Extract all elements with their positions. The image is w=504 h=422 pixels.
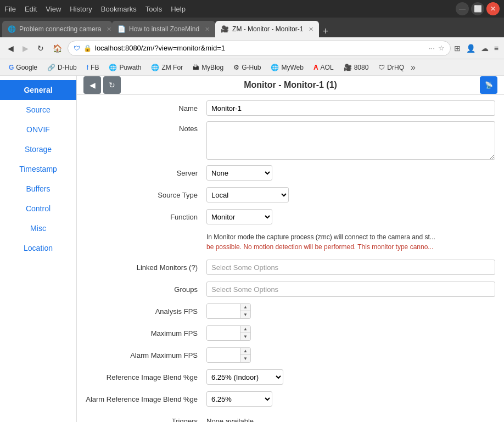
sync-icon[interactable]: ☁ [480,43,490,54]
notes-input[interactable] [206,121,495,160]
forward-button[interactable]: ▶ [19,42,32,55]
function-label: Function [86,213,206,221]
max-fps-input[interactable] [207,325,240,341]
menu-icon[interactable]: ≡ [493,43,500,54]
dhub-icon: 🔗 [47,64,55,71]
menu-history[interactable]: History [70,5,92,13]
groups-row: Groups Select Some Options [86,280,495,298]
max-fps-down[interactable]: ▼ [240,333,250,341]
sidebar-item-storage[interactable]: Storage [0,139,76,159]
tab-3-label: ZM - Monitor - Monitor-1 [232,25,303,33]
bookmark-8080-label: 8080 [354,64,369,71]
sidebar-item-timestamp[interactable]: Timestamp [0,159,76,179]
close-button[interactable]: ✕ [486,2,500,15]
bookmark-aol-label: AOL [321,64,334,71]
aol-icon: A [313,64,318,71]
myblog-icon: 🏔 [193,64,199,71]
alarm-max-fps-input[interactable] [207,347,240,363]
restore-button[interactable]: ⬜ [471,2,484,15]
name-input[interactable] [206,100,495,116]
bookmark-ghub[interactable]: ⚙ G-Hub [229,63,265,72]
menu-view[interactable]: View [46,5,61,13]
sidebar-item-onvif[interactable]: ONVIF [0,120,76,139]
alarm-max-fps-up[interactable]: ▲ [240,347,250,355]
bookmark-dhub-label: D-Hub [58,64,77,71]
bookmark-myweb[interactable]: 🌐 MyWeb [266,63,307,72]
more-bookmarks-button[interactable]: » [410,61,417,74]
notes-label: Notes [86,121,206,133]
tab-2[interactable]: 📄 How to install ZoneMind ✕ [112,21,215,37]
form-area: Name Notes Server None Source Type Local [77,95,504,422]
ref-blend-select[interactable]: 6.25% (Indoor) 12.5% 25% 50% [206,369,283,385]
sidebar: General Source ONVIF Storage Timestamp B… [0,76,77,422]
sidebar-item-buffers[interactable]: Buffers [0,179,76,199]
bookmark-myweb-label: MyWeb [281,64,303,71]
new-tab-button[interactable]: + [319,26,332,37]
source-type-select[interactable]: Local Remote File FFMPEG LibVLC VNC [206,187,289,202]
monitor-title: Monitor - Monitor-1 (1) [244,80,337,90]
sidebar-item-source[interactable]: Source [0,100,76,120]
bookmark-zmfor-label: ZM For [161,64,183,71]
tab-bar: 🌐 Problem connecting camera ✕ 📄 How to i… [0,18,504,37]
info-row: In Monitor mode the capture process (zmc… [86,230,495,254]
ref-blend-label: Reference Image Blend %ge [86,373,206,381]
max-fps-up[interactable]: ▲ [240,325,250,333]
nav-bar: ◀ ▶ ↻ 🏠 🛡 🔒 ··· ☆ ⊞ 👤 ☁ ≡ [0,37,504,59]
menu-edit[interactable]: Edit [25,5,37,13]
lock-icon: 🔒 [83,44,92,52]
back-button[interactable]: ◀ [4,42,17,55]
analysis-fps-down[interactable]: ▼ [240,311,250,319]
reload-button[interactable]: ↻ [34,42,47,55]
tab-1[interactable]: 🌐 Problem connecting camera ✕ [2,21,112,37]
menu-help[interactable]: Help [171,5,186,13]
main-area: General Source ONVIF Storage Timestamp B… [0,76,504,422]
alarm-ref-blend-select[interactable]: 6.25% 12.5% 25% 50% [206,391,272,407]
bookmark-myblog[interactable]: 🏔 MyBlog [188,63,228,72]
url-input[interactable] [95,44,425,52]
menu-bar: File Edit View History Bookmarks Tools H… [4,5,186,13]
bookmark-google[interactable]: G Google [4,63,42,72]
tab-1-close[interactable]: ✕ [107,26,111,33]
account-icon[interactable]: 👤 [465,43,477,54]
bookmark-ghub-label: G-Hub [242,64,261,71]
bookmark-zmfor[interactable]: 🌐 ZM For [147,63,187,72]
tab-2-close[interactable]: ✕ [205,26,210,33]
analysis-fps-input[interactable] [207,303,240,319]
myweb-icon: 🌐 [271,64,279,71]
minimize-button[interactable]: — [456,2,469,15]
bookmark-fb[interactable]: f FB [82,63,104,72]
bookmark-star-icon[interactable]: ☆ [438,44,445,52]
linked-monitors-select[interactable]: Select Some Options [206,260,495,275]
bookmark-8080[interactable]: 🎥 8080 [339,63,373,72]
sidebar-item-misc[interactable]: Misc [0,218,76,238]
alarm-max-fps-down[interactable]: ▼ [240,355,250,363]
name-row: Name [86,99,495,117]
title-bar: File Edit View History Bookmarks Tools H… [0,0,504,18]
bookmark-dhub[interactable]: 🔗 D-Hub [43,63,81,72]
home-button[interactable]: 🏠 [49,42,65,55]
tab-2-label: How to install ZoneMind [129,25,199,33]
rss-button[interactable]: 📡 [480,76,497,94]
max-fps-row: Maximum FPS ▲ ▼ [86,324,495,342]
security-icon: 🛡 [74,44,80,52]
server-select[interactable]: None [206,165,272,181]
prev-monitor-button[interactable]: ◀ [83,76,101,94]
function-select[interactable]: Monitor Modect Record Mocord Nodect [206,209,272,224]
bookmark-drhq[interactable]: 🛡 DrHQ [374,63,408,72]
extensions-icon[interactable]: ⊞ [453,43,462,54]
tab-3-close[interactable]: ✕ [309,26,313,33]
sidebar-item-control[interactable]: Control [0,199,76,218]
triggers-label: Triggers [86,417,206,423]
menu-bookmarks[interactable]: Bookmarks [101,5,137,13]
groups-select[interactable]: Select Some Options [206,282,495,297]
bookmark-puwath[interactable]: 🌐 Puwath [104,63,145,72]
sidebar-item-location[interactable]: Location [0,238,76,258]
refresh-monitor-button[interactable]: ↻ [103,76,121,94]
analysis-fps-up[interactable]: ▲ [240,303,250,311]
bookmark-aol[interactable]: A AOL [309,63,338,72]
menu-tools[interactable]: Tools [145,5,162,13]
sidebar-item-general[interactable]: General [0,80,76,100]
menu-file[interactable]: File [4,5,16,13]
tab-3-icon: 🎥 [221,25,229,33]
tab-3[interactable]: 🎥 ZM - Monitor - Monitor-1 ✕ [215,21,319,37]
